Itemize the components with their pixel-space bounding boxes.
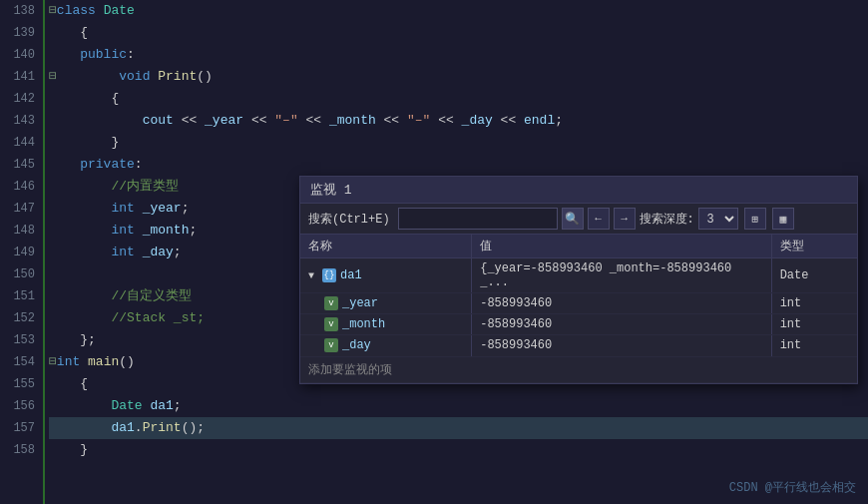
code-token: endl: [524, 110, 555, 132]
tree-expand-btn[interactable]: ▼: [308, 270, 320, 281]
watch-row-value: -858993460: [472, 314, 771, 335]
code-token: };: [49, 329, 96, 351]
line-num: 149: [13, 242, 35, 263]
add-watch-row[interactable]: 添加要监视的项: [300, 356, 857, 382]
code-token: <<: [243, 110, 274, 132]
code-token: :: [127, 44, 135, 66]
watch-toolbar: 搜索(Ctrl+E) 🔍 ← → 搜索深度: 3 1 2 4 5 ⊞ ▦: [300, 204, 857, 235]
code-token: ⊟: [49, 351, 57, 373]
code-line: Date da1;: [49, 395, 868, 417]
code-line: cout << _year << "–" << _month << "–" <<…: [49, 110, 868, 132]
code-token: int: [57, 351, 88, 373]
code-token: <<: [174, 110, 205, 132]
code-token: class: [57, 0, 104, 22]
code-token: //内置类型: [111, 176, 179, 198]
code-token: <<: [298, 110, 329, 132]
editor-container: 1381391401411421431441451461471481491501…: [0, 0, 868, 504]
line-num: 142: [13, 88, 35, 110]
watch-row-name: v_year: [300, 293, 472, 314]
code-token: ();: [182, 417, 205, 439]
var-name: _day: [342, 339, 371, 353]
code-token: (): [197, 66, 213, 88]
nav-back-btn[interactable]: ←: [588, 208, 610, 230]
code-token: .: [135, 417, 143, 439]
add-watch-label: 添加要监视的项: [300, 356, 857, 382]
line-num: 144: [13, 132, 35, 154]
watch-title: 监视 1: [300, 177, 857, 204]
code-token: [49, 44, 80, 66]
line-num: 154: [13, 351, 35, 373]
depth-label: 搜索深度:: [640, 211, 694, 228]
code-token: da1: [111, 417, 134, 439]
code-token: Print: [158, 66, 197, 88]
var-name: da1: [340, 268, 362, 282]
line-num: 155: [13, 373, 35, 395]
watch-row-type: Date: [771, 258, 857, 293]
watch-table: 名称 值 类型 ▼ {}da1{_year=-858993460 _month=…: [300, 235, 857, 383]
code-token: int: [111, 242, 142, 263]
code-token: ;: [174, 242, 182, 263]
watch-row[interactable]: v_day-858993460int: [300, 335, 857, 356]
code-token: public: [80, 44, 127, 66]
watch-row[interactable]: ▼ {}da1{_year=-858993460 _month=-8589934…: [300, 258, 857, 293]
watch-panel: 监视 1 搜索(Ctrl+E) 🔍 ← → 搜索深度: 3 1 2 4 5 ⊞ …: [299, 176, 858, 384]
code-token: da1: [150, 395, 173, 417]
code-token: [49, 242, 111, 263]
code-token: ⊟: [49, 0, 57, 22]
depth-select[interactable]: 3 1 2 4 5: [698, 208, 738, 230]
line-num: 145: [13, 154, 35, 176]
line-num: 158: [13, 439, 35, 461]
watermark: CSDN @平行线也会相交: [729, 479, 856, 496]
code-token: <<: [376, 110, 407, 132]
line-num: 138: [13, 0, 35, 22]
watch-row-value: -858993460: [472, 335, 771, 356]
code-token: {: [49, 22, 88, 44]
line-num: 157: [13, 417, 35, 439]
code-token: ⊟: [49, 66, 57, 88]
search-icon[interactable]: 🔍: [562, 208, 584, 230]
code-token: [49, 198, 111, 220]
code-line: ⊟class Date: [49, 0, 868, 22]
code-token: ;: [182, 198, 190, 220]
line-gutter: 1381391401411421431441451461471481491501…: [0, 0, 45, 504]
code-token: <<: [493, 110, 524, 132]
code-token: {: [49, 88, 119, 110]
col-header-type: 类型: [771, 235, 857, 258]
code-token: [49, 417, 111, 439]
code-token: "–": [274, 110, 297, 132]
watch-row-type: int: [771, 314, 857, 335]
code-token: {: [49, 373, 88, 395]
watch-row[interactable]: v_year-858993460int: [300, 293, 857, 314]
code-token: _month: [143, 220, 190, 242]
watch-row-name: v_day: [300, 335, 472, 356]
var-name: _month: [342, 317, 385, 331]
watch-icon-btn1[interactable]: ⊞: [744, 208, 766, 230]
code-line: ► da1.Print();: [49, 417, 868, 439]
watch-search-input[interactable]: [398, 208, 558, 230]
nav-forward-btn[interactable]: →: [614, 208, 636, 230]
line-num: 148: [13, 220, 35, 242]
watch-row-name: ▼ {}da1: [300, 258, 472, 293]
line-num: 139: [13, 22, 35, 44]
code-token: _day: [462, 110, 493, 132]
code-token: Print: [143, 417, 182, 439]
code-token: [49, 176, 111, 198]
line-num: 151: [13, 285, 35, 307]
code-token: ;: [174, 395, 182, 417]
watch-row[interactable]: v_month-858993460int: [300, 314, 857, 335]
watch-row-type: int: [771, 293, 857, 314]
watch-row-value: -858993460: [472, 293, 771, 314]
line-num: 150: [13, 263, 35, 285]
watch-row-value: {_year=-858993460 _month=-858993460 _...: [472, 258, 771, 293]
line-num: 147: [13, 198, 35, 220]
line-num: 140: [13, 44, 35, 66]
code-token: }: [49, 439, 88, 461]
code-area: 1381391401411421431441451461471481491501…: [0, 0, 868, 504]
code-line: private:: [49, 154, 868, 176]
code-token: [49, 220, 111, 242]
code-token: ;: [189, 220, 197, 242]
code-token: void: [119, 66, 158, 88]
watch-icon-btn2[interactable]: ▦: [772, 208, 794, 230]
code-token: _year: [143, 198, 182, 220]
code-token: int: [111, 198, 142, 220]
